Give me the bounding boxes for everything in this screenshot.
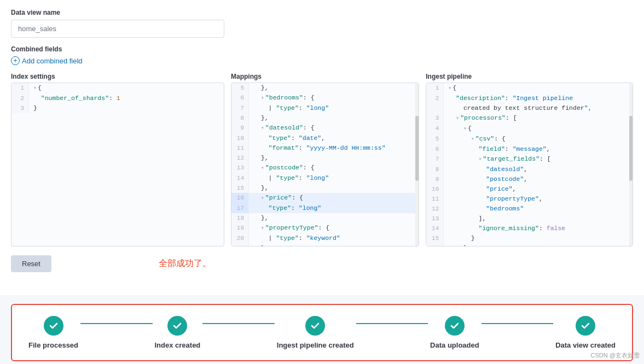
- step-connector-4: [481, 323, 553, 324]
- status-bar: File processed Index created Ingest pipe…: [11, 304, 633, 361]
- data-view-name-input[interactable]: [11, 20, 224, 38]
- ingest-line-5: 5 ▾"csv": {: [426, 134, 633, 144]
- ingest-line-8: 8 "datesold",: [426, 165, 633, 174]
- status-steps-wrapper: File processed Index created Ingest pipe…: [28, 316, 616, 349]
- add-combined-field-button[interactable]: + Add combined field: [11, 56, 83, 65]
- mappings-label: Mappings: [231, 73, 419, 80]
- ingest-line-10: 10 "price",: [426, 184, 633, 194]
- plus-icon: +: [11, 56, 20, 65]
- mappings-line-9: 9 ▾"datesold": {: [231, 123, 419, 133]
- mappings-line-21: 21 }: [231, 243, 419, 246]
- mappings-line-15: 15 },: [231, 183, 419, 193]
- step-connector-1: [80, 323, 152, 324]
- index-settings-editor[interactable]: 1 ▾{ 2 "number_of_shards": 1 3 }: [11, 83, 224, 246]
- step-label-ingest-pipeline-created: Ingest pipeline created: [277, 341, 354, 349]
- mappings-line-6: 6 ▾"bedrooms": {: [231, 93, 419, 103]
- panels-container: Index settings 1 ▾{ 2 "number_of_shards"…: [11, 73, 633, 246]
- ingest-line-7: 7 ▾"target_fields": [: [426, 154, 633, 165]
- mappings-line-11: 11 "format": "yyyy-MM-dd HH:mm:ss": [231, 143, 419, 153]
- mappings-line-16: 16 ▾"price": {: [231, 193, 419, 203]
- mappings-line-20: 20 | "type": "keyword": [231, 233, 419, 243]
- mappings-line-13: 13 ▾"postcode": {: [231, 163, 419, 173]
- mappings-editor[interactable]: 5 }, 6 ▾"bedrooms": { 7 | "type": "long"…: [231, 83, 419, 246]
- ingest-line-16: 16 },: [426, 243, 633, 246]
- checkmark-icon-3: [310, 321, 320, 331]
- ingest-line-2b: created by text structure finder",: [426, 103, 633, 113]
- step-circle-index-created: [167, 316, 187, 336]
- index-settings-line-1: 1 ▾{: [11, 83, 224, 93]
- data-view-name-label: Data view name: [11, 9, 633, 16]
- reset-button[interactable]: Reset: [11, 255, 51, 272]
- ingest-pipeline-editor[interactable]: 1 ▾{ 2 "description": "Ingest pipeline c…: [426, 83, 633, 246]
- status-step-file-processed: File processed: [28, 316, 78, 349]
- success-message: 全部成功了。: [159, 258, 211, 269]
- step-connector-2: [202, 323, 274, 324]
- step-connector-3: [356, 323, 428, 324]
- index-settings-line-2: 2 "number_of_shards": 1: [11, 93, 224, 103]
- ingest-line-11: 11 "propertyType",: [426, 194, 633, 204]
- ingest-line-15: 15 }: [426, 233, 633, 243]
- ingest-line-3: 3 ▾"processors": [: [426, 113, 633, 124]
- ingest-line-13: 13 ],: [426, 214, 633, 224]
- checkmark-icon-5: [581, 321, 590, 331]
- step-circle-file-processed: [44, 316, 63, 336]
- add-combined-field-label: Add combined field: [22, 57, 83, 65]
- step-label-data-uploaded: Data uploaded: [430, 341, 479, 349]
- status-step-data-uploaded: Data uploaded: [430, 316, 479, 349]
- mappings-line-18: 18 },: [231, 213, 419, 223]
- combined-fields-label: Combined fields: [11, 45, 633, 53]
- status-step-data-view-created: Data view created: [555, 316, 616, 349]
- checkmark-icon-1: [49, 321, 59, 331]
- ingest-scrollbar[interactable]: [629, 83, 633, 246]
- bottom-actions: Reset 全部成功了。: [11, 255, 633, 277]
- mappings-line-10: 10 "type": "date",: [231, 133, 419, 143]
- step-label-file-processed: File processed: [28, 341, 78, 349]
- status-step-index-created: Index created: [155, 316, 201, 349]
- ingest-line-14: 14 "ignore_missing": false: [426, 224, 633, 233]
- mappings-line-19: 19 ▾"propertyType": {: [231, 223, 419, 233]
- ingest-line-6: 6 "field": "message",: [426, 144, 633, 154]
- mappings-scrollbar-thumb[interactable]: [415, 116, 419, 181]
- ingest-pipeline-label: Ingest pipeline: [426, 73, 633, 80]
- step-circle-ingest-pipeline-created: [305, 316, 325, 336]
- ingest-scrollbar-thumb[interactable]: [629, 116, 633, 181]
- checkmark-icon-2: [172, 321, 182, 331]
- index-settings-label: Index settings: [11, 73, 224, 80]
- checkmark-icon-4: [450, 321, 460, 331]
- step-label-data-view-created: Data view created: [555, 341, 616, 349]
- step-circle-data-uploaded: [445, 316, 465, 336]
- mappings-line-7: 7 | "type": "long": [231, 103, 419, 113]
- mappings-line-12: 12 },: [231, 153, 419, 163]
- ingest-line-1: 1 ▾{: [426, 83, 633, 93]
- status-step-ingest-pipeline-created: Ingest pipeline created: [277, 316, 354, 349]
- ingest-line-9: 9 "postcode",: [426, 174, 633, 184]
- step-label-index-created: Index created: [155, 341, 201, 349]
- index-settings-line-3: 3 }: [11, 103, 224, 113]
- mappings-line-8: 8 },: [231, 113, 419, 123]
- step-circle-data-view-created: [576, 316, 595, 336]
- mappings-scrollbar[interactable]: [415, 83, 419, 246]
- watermark: CSDN @玄衣如雪: [591, 351, 640, 360]
- ingest-line-2: 2 "description": "Ingest pipeline: [426, 93, 633, 103]
- ingest-line-12: 12 "bedrooms": [426, 204, 633, 214]
- ingest-line-4: 4 ▾{: [426, 124, 633, 134]
- mappings-line-5: 5 },: [231, 83, 419, 93]
- mappings-line-17: 17 "type": "long": [231, 203, 419, 213]
- mappings-line-14: 14 | "type": "long": [231, 173, 419, 183]
